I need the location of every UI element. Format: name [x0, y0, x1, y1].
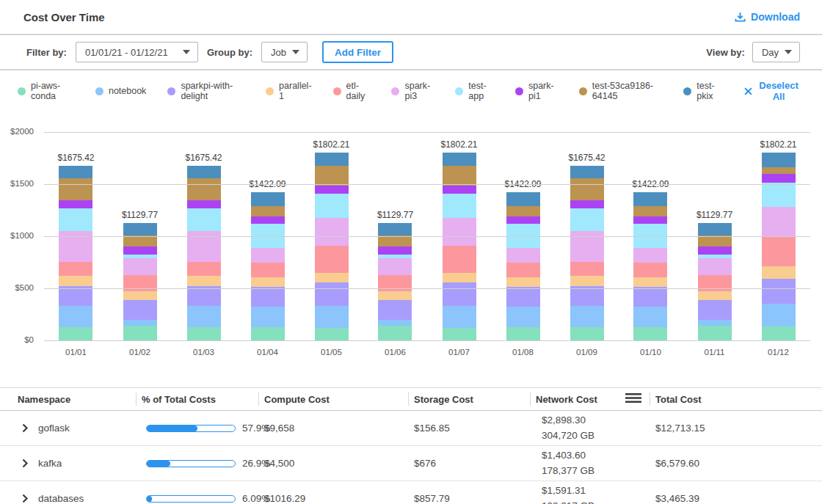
bar-segment-notebook[interactable]	[698, 320, 732, 325]
bar-segment-spark-pi3[interactable]	[443, 218, 476, 246]
bar-segment-spark-pi3[interactable]	[762, 207, 796, 236]
bar-01/04[interactable]: $1422.0901/04	[251, 192, 285, 340]
bar-segment-parallel-1[interactable]	[570, 276, 604, 286]
bar-segment-parallel-1[interactable]	[633, 277, 667, 287]
bar-segment-sparkpi-with-delight[interactable]	[443, 282, 476, 307]
legend-item-test-pkix[interactable]: test-pkix	[683, 81, 723, 101]
bar-segment-notebook[interactable]	[123, 320, 157, 325]
bar-segment-spark-pi1[interactable]	[315, 186, 349, 194]
expand-chevron-icon[interactable]	[22, 459, 29, 468]
bar-segment-test-53ca9186-64145[interactable]	[251, 206, 285, 216]
view-by-select[interactable]: Day	[752, 42, 800, 62]
bar-segment-test-app[interactable]	[762, 183, 796, 208]
bar-segment-spark-pi1[interactable]	[570, 200, 604, 208]
bar-segment-pi-aws-conda[interactable]	[698, 326, 732, 340]
bar-segment-test-pkix[interactable]	[570, 166, 604, 178]
deselect-all-button[interactable]: Deselect All	[744, 80, 800, 102]
bar-segment-spark-pi1[interactable]	[251, 216, 285, 224]
bar-segment-parallel-1[interactable]	[506, 277, 540, 287]
legend-item-sparkpi-with-delight[interactable]: sparkpi-with-delight	[167, 81, 244, 101]
bar-segment-test-pkix[interactable]	[251, 192, 285, 206]
bar-segment-test-app[interactable]	[187, 208, 221, 231]
bar-segment-test-app[interactable]	[315, 194, 349, 218]
expand-chevron-icon[interactable]	[22, 494, 29, 503]
bar-segment-notebook[interactable]	[570, 306, 604, 327]
bar-01/08[interactable]: $1422.0901/08	[506, 192, 540, 340]
legend-item-test-53ca9186-64145[interactable]: test-53ca9186-64145	[579, 81, 662, 101]
legend-item-spark-pi1[interactable]: spark-pi1	[515, 81, 558, 101]
bar-segment-test-app[interactable]	[570, 208, 604, 231]
bar-segment-test-pkix[interactable]	[187, 166, 221, 178]
bar-segment-pi-aws-conda[interactable]	[506, 327, 540, 340]
group-by-select[interactable]: Job	[261, 42, 308, 62]
bar-segment-notebook[interactable]	[187, 306, 221, 327]
bar-segment-sparkpi-with-delight[interactable]	[251, 287, 285, 307]
bar-segment-notebook[interactable]	[633, 307, 667, 328]
bar-segment-spark-pi1[interactable]	[698, 246, 732, 255]
bar-segment-test-pkix[interactable]	[506, 192, 540, 206]
bar-segment-pi-aws-conda[interactable]	[762, 326, 796, 340]
bar-segment-sparkpi-with-delight[interactable]	[378, 300, 412, 320]
bar-segment-notebook[interactable]	[315, 306, 349, 328]
bar-segment-spark-pi1[interactable]	[59, 200, 92, 208]
bar-segment-sparkpi-with-delight[interactable]	[506, 287, 540, 307]
bar-segment-spark-pi1[interactable]	[633, 216, 667, 224]
bar-segment-etl-daily[interactable]	[251, 263, 285, 277]
bar-segment-test-pkix[interactable]	[633, 192, 667, 206]
bar-segment-parallel-1[interactable]	[698, 291, 732, 300]
bar-segment-parallel-1[interactable]	[59, 276, 92, 286]
bar-segment-sparkpi-with-delight[interactable]	[315, 282, 349, 307]
column-menu-icon[interactable]	[625, 392, 642, 406]
bar-segment-etl-daily[interactable]	[59, 262, 92, 276]
bar-segment-parallel-1[interactable]	[123, 291, 157, 300]
legend-item-etl-daily[interactable]: etl-daily	[333, 81, 371, 101]
bar-segment-test-53ca9186-64145[interactable]	[123, 235, 157, 246]
bar-segment-spark-pi3[interactable]	[378, 258, 412, 275]
bar-segment-notebook[interactable]	[762, 304, 796, 326]
bar-01/07[interactable]: $1802.2101/07	[443, 153, 476, 340]
bar-segment-test-pkix[interactable]	[123, 223, 157, 236]
bar-segment-sparkpi-with-delight[interactable]	[762, 279, 796, 304]
bar-segment-pi-aws-conda[interactable]	[378, 326, 412, 340]
bar-01/05[interactable]: $1802.2101/05	[315, 153, 349, 340]
bar-segment-pi-aws-conda[interactable]	[315, 328, 349, 340]
date-range-select[interactable]: 01/01/21 - 01/12/21	[76, 42, 198, 62]
bar-segment-pi-aws-conda[interactable]	[123, 326, 157, 340]
legend-item-notebook[interactable]: notebook	[95, 86, 146, 96]
bar-segment-spark-pi3[interactable]	[698, 258, 732, 275]
expand-chevron-icon[interactable]	[22, 423, 29, 433]
bar-segment-test-pkix[interactable]	[443, 153, 476, 166]
bar-segment-test-53ca9186-64145[interactable]	[378, 235, 412, 246]
bar-segment-pi-aws-conda[interactable]	[633, 327, 667, 340]
bar-segment-spark-pi3[interactable]	[633, 248, 667, 263]
bar-segment-test-pkix[interactable]	[762, 153, 796, 167]
bar-segment-test-53ca9186-64145[interactable]	[698, 235, 732, 246]
bar-segment-spark-pi3[interactable]	[315, 218, 349, 246]
bar-segment-sparkpi-with-delight[interactable]	[187, 286, 221, 306]
bar-segment-test-app[interactable]	[59, 208, 92, 231]
bar-segment-test-pkix[interactable]	[315, 153, 349, 166]
bar-segment-etl-daily[interactable]	[315, 246, 349, 273]
bar-segment-spark-pi3[interactable]	[251, 248, 285, 263]
bar-segment-spark-pi1[interactable]	[378, 246, 412, 255]
bar-segment-notebook[interactable]	[59, 306, 92, 327]
legend-item-test-app[interactable]: test-app	[455, 81, 494, 101]
bar-segment-notebook[interactable]	[443, 306, 476, 328]
bar-segment-parallel-1[interactable]	[315, 273, 349, 282]
bar-segment-etl-daily[interactable]	[633, 263, 667, 277]
bar-segment-sparkpi-with-delight[interactable]	[570, 286, 604, 306]
bar-segment-notebook[interactable]	[506, 307, 540, 328]
bar-segment-test-53ca9186-64145[interactable]	[315, 166, 349, 186]
bar-segment-test-53ca9186-64145[interactable]	[443, 166, 476, 186]
bar-01/11[interactable]: $1129.7701/11	[698, 223, 732, 340]
bar-01/12[interactable]: $1802.2101/12	[762, 153, 796, 340]
bar-segment-parallel-1[interactable]	[251, 277, 285, 287]
bar-segment-pi-aws-conda[interactable]	[570, 327, 604, 340]
bar-segment-test-app[interactable]	[443, 194, 476, 218]
bar-segment-test-pkix[interactable]	[378, 223, 412, 236]
bar-segment-test-53ca9186-64145[interactable]	[570, 178, 604, 200]
bar-segment-sparkpi-with-delight[interactable]	[59, 286, 92, 306]
bar-segment-pi-aws-conda[interactable]	[187, 327, 221, 340]
bar-segment-notebook[interactable]	[251, 307, 285, 328]
bar-segment-notebook[interactable]	[378, 320, 412, 325]
